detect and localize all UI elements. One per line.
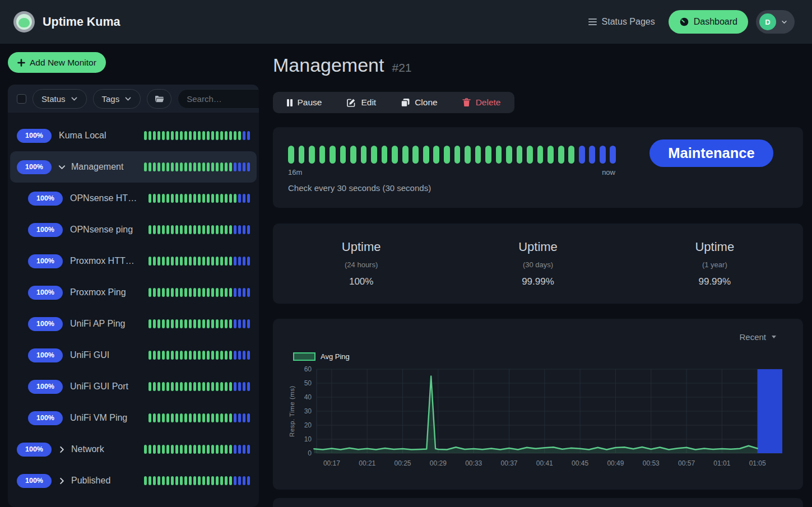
heartbeat-bars: [144, 445, 250, 454]
monitor-row[interactable]: 100%OPNsense HT…: [10, 183, 257, 214]
speedometer-icon: [679, 17, 689, 27]
edit-label: Edit: [361, 97, 376, 108]
heartbeat-bars: [149, 194, 250, 203]
select-all-checkbox[interactable]: [17, 94, 26, 104]
dashboard-button[interactable]: Dashboard: [669, 10, 748, 34]
svg-text:00:33: 00:33: [465, 459, 482, 467]
pause-button[interactable]: Pause: [287, 97, 322, 108]
delete-label: Delete: [476, 97, 501, 108]
delete-button[interactable]: Delete: [462, 97, 501, 108]
list-icon: [588, 18, 597, 26]
tags-filter-label: Tags: [102, 94, 120, 104]
monitor-row[interactable]: 100%Kuma Local: [10, 120, 257, 151]
clone-button[interactable]: Clone: [401, 97, 438, 108]
edit-icon: [346, 98, 356, 108]
monitor-name: Published: [71, 476, 110, 486]
monitor-name: UniFi AP Ping: [70, 319, 125, 329]
heartbeat-bars: [149, 413, 250, 422]
heartbeat-bars: [149, 288, 250, 297]
monitor-row[interactable]: 100%UniFi AP Ping: [10, 308, 257, 339]
heartbeat-start-label: 16m: [288, 168, 302, 176]
monitor-name: UniFi GUI Port: [70, 382, 128, 392]
heartbeat-bars: [144, 131, 250, 140]
svg-text:20: 20: [304, 421, 312, 429]
svg-text:50: 50: [304, 379, 312, 387]
edit-button[interactable]: Edit: [346, 97, 376, 108]
heartbeat-bars: [149, 257, 250, 266]
status-filter-dropdown[interactable]: Status: [33, 89, 87, 109]
monitor-name: UniFi VM Ping: [70, 413, 127, 423]
monitor-row[interactable]: 100%Published: [10, 465, 257, 496]
svg-text:40: 40: [304, 393, 312, 401]
folder-icon: [155, 95, 164, 103]
legend-label: Avg Ping: [321, 352, 350, 361]
sidebar: Add New Monitor Status Tags: [0, 44, 266, 507]
status-pages-link[interactable]: Status Pages: [588, 17, 655, 27]
chart-legend: Avg Ping: [293, 352, 350, 361]
monitor-name: OPNsense ping: [70, 225, 133, 235]
monitor-row[interactable]: 100%Proxmox HTT…: [10, 245, 257, 277]
action-bar: Pause Edit Clone: [273, 92, 514, 113]
monitor-row[interactable]: 100%UniFi GUI Port: [10, 371, 257, 402]
user-menu[interactable]: D: [756, 10, 795, 34]
svg-text:Resp. Time (ms): Resp. Time (ms): [289, 385, 295, 437]
chevron-right-icon: [58, 477, 66, 485]
uptime-stats-panel: Uptime (24 hours) 100%Uptime (30 days) 9…: [273, 224, 803, 304]
svg-text:00:25: 00:25: [395, 459, 411, 467]
monitor-row[interactable]: 100%UniFi GUI: [10, 339, 257, 371]
uptime-stat: Uptime (30 days) 99.99%: [449, 240, 626, 304]
status-filter-label: Status: [41, 94, 66, 104]
chart-panel: Recent Avg Ping 00:1700:2100:2500:2900:3…: [273, 319, 803, 490]
uptime-badge: 100%: [28, 380, 63, 394]
monitor-name: Proxmox HTT…: [70, 256, 134, 266]
svg-text:30: 30: [304, 407, 312, 415]
status-pages-label: Status Pages: [602, 17, 655, 27]
uptime-kuma-logo-icon: [13, 11, 35, 32]
page-title: Management: [273, 53, 384, 77]
group-view-button[interactable]: [147, 89, 171, 109]
monitor-row[interactable]: 100%OPNsense ping: [10, 214, 257, 245]
uptime-badge: 100%: [28, 223, 63, 237]
check-interval-text: Check every 30 seconds (30 seconds): [288, 183, 803, 193]
svg-text:00:21: 00:21: [359, 459, 375, 467]
plus-icon: [17, 59, 25, 67]
heartbeat-bars: [149, 351, 250, 360]
stat-value: 99.99%: [627, 276, 803, 287]
monitor-name: UniFi GUI: [70, 350, 109, 360]
brand-title: Uptime Kuma: [43, 15, 120, 29]
monitor-row[interactable]: 100%Management: [10, 151, 257, 183]
next-panel-edge: [273, 498, 803, 507]
pause-icon: [287, 99, 293, 106]
stat-value: 100%: [273, 276, 449, 287]
uptime-badge: 100%: [28, 286, 63, 300]
monitor-name: Kuma Local: [59, 131, 106, 141]
stat-title: Uptime: [627, 240, 803, 254]
add-new-monitor-button[interactable]: Add New Monitor: [8, 52, 106, 73]
tags-filter-dropdown[interactable]: Tags: [93, 89, 141, 109]
svg-text:00:53: 00:53: [643, 459, 660, 467]
brand[interactable]: Uptime Kuma: [13, 11, 120, 32]
monitor-list-card: Status Tags 100%Kuma Local100%Management…: [8, 85, 259, 507]
heartbeat-bars: [144, 162, 250, 171]
monitor-row[interactable]: 100%UniFi VM Ping: [10, 402, 257, 434]
search-input[interactable]: [178, 89, 259, 109]
svg-text:01:01: 01:01: [713, 459, 730, 467]
svg-text:01:05: 01:05: [749, 459, 766, 467]
legend-swatch: [293, 352, 315, 361]
uptime-badge: 100%: [17, 160, 52, 174]
uptime-stat: Uptime (1 year) 99.99%: [627, 240, 803, 304]
stat-title: Uptime: [273, 240, 449, 254]
uptime-badge: 100%: [28, 348, 63, 362]
chart-range-label: Recent: [739, 332, 766, 342]
clone-label: Clone: [415, 97, 438, 108]
heartbeat-bars: [149, 382, 250, 391]
monitor-row[interactable]: 100%Network: [10, 434, 257, 465]
uptime-badge: 100%: [28, 254, 63, 268]
chart-range-dropdown[interactable]: Recent: [739, 332, 776, 342]
filter-row: Status Tags: [8, 85, 259, 113]
monitor-row[interactable]: 100%Proxmox Ping: [10, 277, 257, 308]
add-new-monitor-label: Add New Monitor: [30, 58, 96, 68]
maintenance-badge[interactable]: Maintenance: [649, 139, 773, 167]
uptime-badge: 100%: [28, 411, 63, 425]
heartbeat-end-label: now: [602, 168, 615, 176]
